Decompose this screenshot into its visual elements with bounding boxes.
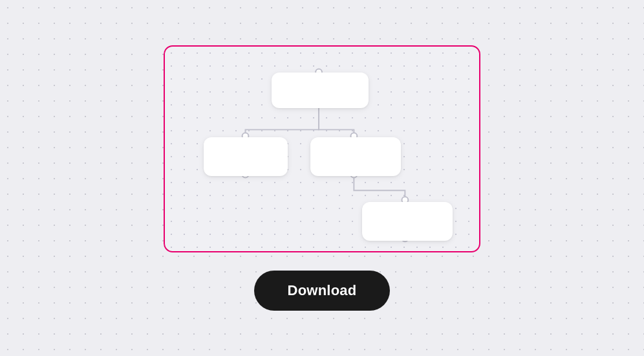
- diagram-inner: [165, 47, 479, 251]
- node-root: [272, 72, 369, 108]
- download-button[interactable]: Download: [254, 271, 391, 311]
- node-center: [310, 137, 401, 176]
- main-container: Download: [164, 45, 480, 311]
- node-right: [362, 202, 453, 241]
- node-left: [204, 137, 288, 176]
- diagram-card: [164, 45, 480, 252]
